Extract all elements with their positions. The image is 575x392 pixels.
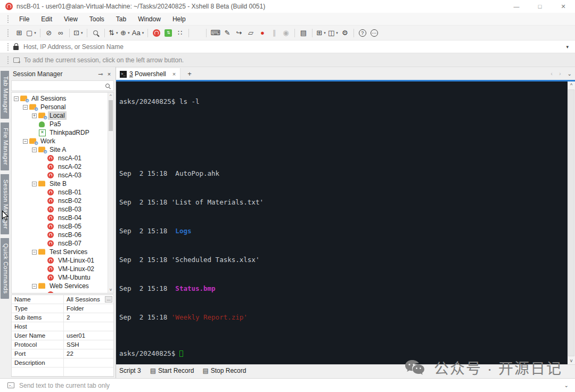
side-tab[interactable]: File Manager [1,123,9,170]
property-value[interactable]: 2 [64,314,113,321]
script-label[interactable]: Script 3 [119,367,141,374]
expander-icon[interactable] [32,113,37,118]
feedback-icon[interactable]: ⋯ [368,27,380,39]
separator[interactable] [40,29,40,37]
tree-item[interactable]: Site A [12,145,108,154]
menu-item[interactable]: Help [167,13,192,26]
lock-screen-icon[interactable] [192,27,203,39]
duplicate-session-icon[interactable]: ⊡ [72,27,84,39]
tree-item[interactable]: Personal [12,103,108,111]
tab-settings-icon[interactable]: ⚙ [339,27,351,39]
separator[interactable] [69,29,70,37]
open-session-icon[interactable]: ▢ [25,27,37,39]
menu-item[interactable]: View [58,13,84,26]
tree-item[interactable]: Web Services [12,282,108,290]
tree-item[interactable]: Site B [12,179,108,188]
maximize-button[interactable]: □ [528,0,552,13]
tab-scroll-left-icon[interactable]: ‹ [551,70,553,77]
property-value[interactable]: user01 [64,332,113,339]
separator[interactable] [147,29,148,37]
font-size-icon[interactable]: Aa [131,27,145,39]
tree-item[interactable]: Pa5 [12,120,108,128]
menu-item[interactable]: File [13,13,35,26]
status-dropdown-icon[interactable]: ⌄ [564,382,569,388]
session-search-box[interactable] [11,80,114,91]
tree-item[interactable]: VM-Ubuntu [12,273,108,282]
expander-icon[interactable] [14,96,19,101]
scroll-down-icon[interactable]: v [568,357,575,364]
expander-icon[interactable] [32,182,37,186]
find-icon[interactable] [90,27,102,39]
property-value[interactable]: Folder [64,305,113,312]
tree-scrollbar[interactable]: ^ v [108,93,113,293]
address-input[interactable]: Host, IP Address, or Session Name [23,43,566,51]
expander-icon[interactable] [32,250,37,255]
property-value[interactable]: SSH [64,341,113,348]
property-value[interactable]: 22 [64,350,113,357]
menu-item[interactable]: Edit [35,13,58,26]
scrollbar-thumb[interactable] [568,89,574,356]
search-input[interactable] [12,81,105,90]
pause-record-icon[interactable]: ∥ [268,27,280,39]
menu-item[interactable]: Tab [110,13,132,26]
address-dropdown-icon[interactable]: ▾ [566,44,569,50]
separator[interactable] [312,29,313,37]
compose-icon[interactable]: ✎ [221,27,233,39]
tree-item[interactable]: nscB-02 [12,197,108,205]
grip-handle[interactable] [7,29,9,37]
tree-item[interactable]: nscA-02 [12,162,108,171]
tree-item[interactable]: VM-Linux-01 [12,256,108,265]
tree-item[interactable] [12,290,108,293]
expander-icon[interactable] [32,284,37,289]
scroll-down-icon[interactable]: v [108,287,113,293]
xshell-icon[interactable] [151,27,162,39]
quick-command-button[interactable]: ▤ Start Record [147,367,197,374]
tile-layout-icon[interactable]: ◫ [327,27,339,39]
xftp-icon[interactable] [162,27,174,39]
panel-close-icon[interactable]: × [105,71,113,77]
separator[interactable] [188,29,189,37]
disconnect-icon[interactable]: ⊘ [43,27,55,39]
address-bar[interactable]: Host, IP Address, or Session Name ▾ [0,40,575,53]
terminal-screen[interactable]: asks/20240825$ ls -l Sep 2 15:18 AutoPop… [116,81,575,364]
tab-scroll-right-icon[interactable]: › [559,70,561,77]
tree-item[interactable]: nscA-01 [12,154,108,162]
quick-command-button[interactable]: ▤ Stop Record [200,367,249,374]
tree-item[interactable]: nscB-04 [12,214,108,222]
record-icon[interactable]: ● [257,27,268,39]
expander-icon[interactable] [23,105,28,110]
new-session-icon[interactable]: ⊞ [13,27,25,39]
logging-icon[interactable]: ▱ [245,27,257,39]
menu-item[interactable]: Window [132,13,167,26]
menu-item[interactable]: Tools [84,13,110,26]
tree-item[interactable]: All Sessions [12,94,108,103]
expander-icon[interactable] [32,148,37,152]
side-tab[interactable]: Session Manager [1,174,9,234]
tree-item[interactable]: nscB-06 [12,231,108,239]
new-tab-icon[interactable]: ⊞ [315,27,327,39]
scrollbar-thumb[interactable] [109,100,113,131]
separator[interactable] [87,29,87,37]
fullscreen-icon[interactable]: ∷ [174,27,186,39]
tree-item[interactable]: Work [12,137,108,145]
close-button[interactable]: ✕ [552,0,575,13]
tree-item[interactable]: Test Services [12,248,108,256]
scroll-up-icon[interactable]: ^ [108,93,113,99]
pin-icon[interactable]: ⊸ [96,71,105,78]
separator[interactable] [294,29,295,37]
minimize-button[interactable]: — [505,0,528,13]
send-text-icon[interactable]: ↪ [233,27,245,39]
tree-item[interactable]: nscB-05 [12,222,108,231]
expander-icon[interactable] [23,139,28,144]
tree-item[interactable]: ThinkpadRDP [12,128,108,137]
virtual-keyboard-icon[interactable]: ⌨ [209,27,221,39]
tree-item[interactable]: VM-Linux-02 [12,265,108,273]
tree-item[interactable]: nscA-03 [12,171,108,179]
separator[interactable] [354,29,354,37]
tree-item[interactable]: nscB-01 [12,188,108,197]
help-icon[interactable]: ? [357,27,368,39]
terminal-scrollbar[interactable]: ^ v [568,81,575,364]
send-text-field[interactable]: Send text to the current tab only [19,382,564,389]
scroll-up-icon[interactable]: ^ [568,81,575,89]
new-tab-button[interactable]: + [187,70,192,78]
